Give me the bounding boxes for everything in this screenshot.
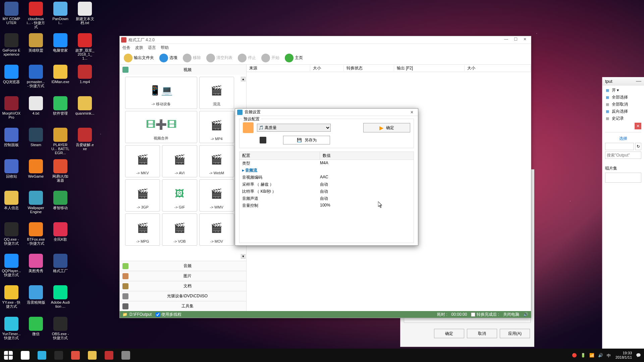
settings-row[interactable]: 类型M4A	[239, 160, 414, 167]
clock[interactable]: 19:33 2018/1/11	[615, 351, 632, 360]
tray-battery-icon[interactable]: 🔋	[581, 353, 585, 358]
close-button[interactable]: ✕	[408, 110, 416, 115]
desktop-icon[interactable]: 回收站	[2, 159, 21, 191]
desktop-icon[interactable]: YY.exe - 快捷方式	[2, 285, 21, 317]
multithread-checkbox[interactable]: 使用多线程	[156, 312, 181, 317]
panel-item[interactable]: ▦开 ▾	[605, 87, 641, 94]
col-source[interactable]: 来源	[247, 65, 310, 71]
desktop-icon[interactable]: PanDownl...	[51, 2, 70, 33]
settings-row[interactable]: 比特率 （ KB/秒 ）自动	[239, 188, 414, 195]
category-row[interactable]: 音频	[120, 261, 246, 271]
taskbar-app[interactable]	[117, 349, 134, 362]
menu-item[interactable]: 皮肤	[135, 45, 143, 51]
category-row[interactable]: 工具集	[120, 301, 246, 311]
settings-row[interactable]: 音量控制100%	[239, 202, 414, 209]
select-link[interactable]: 选择	[605, 134, 641, 143]
after-done-checkbox[interactable]: 转换完成后 :	[471, 312, 499, 317]
cancel-button[interactable]: 取消	[467, 329, 497, 338]
desktop-icon[interactable]: YunTimer... 快捷方式	[2, 317, 21, 348]
desktop-icon[interactable]: 软件管理	[51, 96, 70, 128]
tray-wifi-icon[interactable]: 📶	[589, 353, 594, 358]
multithread-input[interactable]	[156, 312, 160, 317]
desktop-icon[interactable]: 英雄联盟	[26, 33, 46, 65]
dialog-titlebar[interactable]: 音频设置 ✕	[235, 109, 418, 116]
minimize-button[interactable]: —	[501, 37, 511, 43]
format-tile[interactable]: 🎞➕🎞视频合并	[125, 111, 197, 143]
desktop-icon[interactable]: 1.mp4	[75, 65, 95, 96]
format-tile[interactable]: 🎬-> VOB	[162, 214, 197, 246]
after-done-input[interactable]	[471, 312, 475, 317]
after-done-action[interactable]: 关闭电脑	[503, 312, 519, 317]
panel-item[interactable]: ▦史记录	[605, 115, 641, 122]
save-as-button[interactable]: 💾 另存为	[283, 136, 330, 144]
category-row[interactable]: 光驱设备\DVD\CD\ISO	[120, 291, 246, 301]
taskbar-app[interactable]	[101, 349, 117, 362]
start-button[interactable]	[0, 349, 17, 362]
maximize-button[interactable]: ☐	[511, 37, 520, 43]
col-config[interactable]: 配置	[239, 152, 320, 160]
desktop-icon[interactable]: 电脑管家	[51, 33, 70, 65]
desktop-icon[interactable]: IDMan.exe	[51, 65, 70, 96]
settings-row[interactable]: 音视频编码AAC	[239, 174, 414, 181]
tray-notifications-icon[interactable]: 💬	[636, 353, 641, 358]
format-tile[interactable]: 🎬-> MOV	[199, 214, 234, 246]
toolbar-button[interactable]: 主页	[283, 53, 305, 63]
category-video[interactable]: 视频	[120, 65, 246, 75]
desktop-icon[interactable]: QQPlayer... 快捷方式	[2, 254, 21, 285]
format-tile[interactable]: 🎬混流	[199, 77, 234, 109]
tray-volume-icon[interactable]: 🔊	[598, 353, 603, 358]
menu-item[interactable]: 语言	[148, 45, 156, 51]
taskbar-app[interactable]	[34, 349, 50, 362]
col-state[interactable]: 转换状态	[344, 65, 394, 71]
desktop-icon[interactable]: 吾爱破解.exe	[75, 128, 95, 159]
desktop-icon[interactable]: 新建文本文档.txt	[75, 2, 95, 33]
desktop-icon[interactable]: 全民K歌	[51, 222, 70, 254]
toolbar-button[interactable]: 选项	[157, 53, 179, 63]
tray-ime-icon[interactable]: 中	[607, 353, 611, 358]
ok-button[interactable]: 确定	[434, 329, 464, 338]
panel-item[interactable]: ▦全部取消	[605, 101, 641, 108]
refresh-button[interactable]: ↻	[635, 143, 641, 150]
taskbar-app[interactable]	[84, 349, 101, 362]
ok-button[interactable]: ▶ 确定	[363, 123, 410, 132]
desktop-icon[interactable]: GeForce Experience	[2, 33, 21, 65]
format-tile[interactable]: 🎬-> MKV	[125, 145, 160, 177]
desktop-icon[interactable]: QQ.exe - 快捷方式	[2, 222, 21, 254]
col-output[interactable]: 输出 [F2]	[394, 65, 465, 71]
desktop-icon[interactable]: MY COMPUTER	[2, 2, 21, 33]
desktop-icon[interactable]: quanmink...	[75, 96, 95, 128]
desktop-icon[interactable]: PLAYERU... BATTLEGR...	[51, 128, 70, 159]
format-tile[interactable]: 🖼-> GIF	[162, 179, 197, 212]
format-tile[interactable]: 🎬-> 3GP	[125, 179, 160, 212]
desktop-icon[interactable]: 迅雷精簡版	[26, 285, 46, 317]
settings-row[interactable]: 采样率 （ 赫兹 ）自动	[239, 181, 414, 188]
desktop-icon[interactable]: OBS.exe - 快捷方式	[51, 317, 70, 348]
panel-item[interactable]: ▦反向选择	[605, 108, 641, 115]
desktop-icon[interactable]: WeGame	[26, 159, 46, 191]
desktop-icon[interactable]: 4.txt	[26, 96, 46, 128]
desktop-icon[interactable]: 控制面板	[2, 128, 21, 159]
taskbar-app[interactable]	[17, 349, 34, 362]
desktop-icon[interactable]: pcmaster... - 快捷方式	[26, 65, 46, 96]
category-row[interactable]: 图片	[120, 271, 246, 281]
desktop-icon[interactable]: Adobe Audition ...	[51, 285, 70, 317]
quality-select[interactable]: 🎵 高质量	[257, 124, 331, 132]
col-outsize[interactable]: 大小	[465, 65, 531, 71]
desktop-icon[interactable]: 睿智移动	[51, 191, 70, 222]
menu-item[interactable]: 帮助	[161, 45, 169, 51]
titlebar[interactable]: 格式工厂 4.2.0 — ☐ ✕	[120, 36, 531, 44]
desktop-icon[interactable]: QQ浏览器	[2, 65, 21, 96]
tray-record-icon[interactable]: 🔴	[572, 353, 577, 358]
console-icon[interactable]	[260, 137, 266, 143]
desktop-icon[interactable]: 美图秀秀	[26, 254, 46, 285]
desktop-icon[interactable]: Steam	[26, 128, 46, 159]
settings-row[interactable]: ▸ 音频流	[239, 167, 414, 174]
col-value[interactable]: 数值	[320, 152, 333, 160]
desktop-icon[interactable]: BTFox.exe - 快捷方式	[26, 222, 46, 254]
album-box[interactable]	[605, 173, 641, 183]
desktop-icon[interactable]: 微信	[26, 317, 46, 348]
close-button[interactable]: ✕	[520, 37, 530, 43]
format-tile[interactable]: 🎬-> MP4	[199, 111, 234, 143]
menu-item[interactable]: 任务	[122, 45, 130, 51]
category-row[interactable]: 文档	[120, 281, 246, 291]
